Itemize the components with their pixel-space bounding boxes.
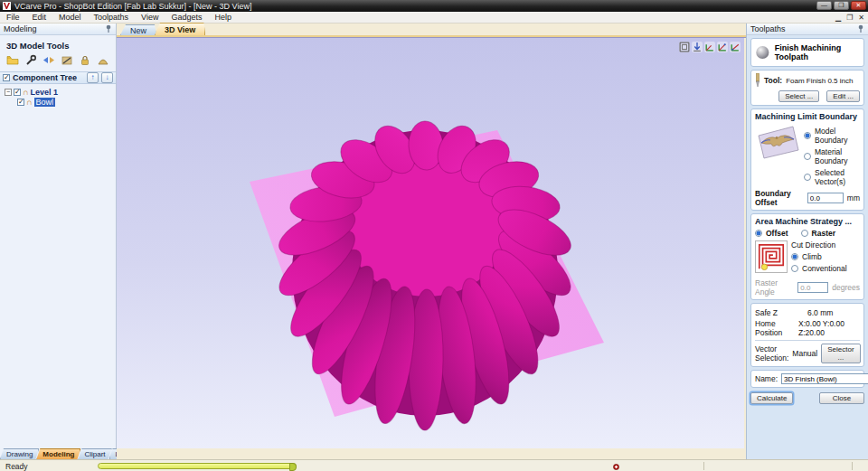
raster-option[interactable]: Raster [801,229,835,238]
add-shape-icon[interactable] [97,54,109,66]
zoom-extents-icon[interactable] [679,42,690,52]
calculate-button[interactable]: Calculate [750,392,793,404]
offset-spiral-icon [755,240,788,273]
minimize-button[interactable]: — [816,1,832,10]
tab-new[interactable]: New [120,24,156,35]
iso-view-icon-1[interactable] [704,42,715,52]
iso-view-icon-2[interactable] [717,42,728,52]
3d-model-toolbar [0,54,116,71]
close-button[interactable]: ✕ [851,1,866,10]
mdi-restore-icon[interactable]: ❐ [846,14,853,22]
sculpt-icon[interactable] [61,54,73,66]
tree-item-level1[interactable]: − ∩ Level 1 [5,87,116,97]
canvas-bottom-strip [117,448,746,459]
pin-icon[interactable] [857,24,864,33]
toolpath-name-input[interactable] [781,373,868,384]
component-tree-title: Component Tree [13,73,84,82]
move-down-button[interactable]: ↓ [101,72,113,83]
expander-icon[interactable]: − [5,89,12,96]
conventional-radio[interactable] [791,265,798,272]
area-machine-strategy-box: Area Machine Strategy ... Offset Raster [750,213,864,300]
tab-drawing[interactable]: Drawing [0,448,39,459]
status-bar: Ready [0,459,868,471]
raster-angle-input [797,282,828,293]
status-text: Ready [5,462,28,471]
selected-vectors-radio[interactable] [804,174,811,181]
vector-selection-label: Vector Selection: [755,344,788,363]
3d-viewport[interactable] [117,37,746,448]
ams-title: Area Machine Strategy ... [755,217,860,226]
climb-radio[interactable] [791,253,798,260]
pin-icon[interactable] [105,24,112,33]
safe-z-label: Safe Z [755,308,807,317]
level1-checkbox[interactable] [14,89,21,96]
toolpath-header-card: Finish Machining Toolpath [750,38,864,67]
raster-radio[interactable] [801,230,808,237]
eagle-boundary-icon [755,124,800,160]
import-component-icon[interactable] [6,54,19,66]
material-boundary-option[interactable]: Material Boundary [804,147,860,165]
swap-arrows-icon[interactable] [42,54,55,66]
tree-item-bowl[interactable]: ∩ Bowl [5,97,116,107]
raster-angle-label: Raster Angle [755,278,794,297]
window-title: VCarve Pro - ShopBot Edition [Fab Lab Su… [14,2,251,11]
selector-button[interactable]: Selector ... [821,344,860,363]
name-box: Name: [750,370,864,388]
close-panel-button[interactable]: Close [819,392,864,404]
name-label: Name: [755,374,778,383]
boundary-offset-input[interactable] [807,193,844,203]
modeling-panel-title: Modeling [4,24,37,33]
tool-select-button[interactable]: Select ... [778,90,819,102]
modeling-panel: Modeling 3D Model Tools [0,24,117,459]
menu-toolpaths[interactable]: Toolpaths [88,13,136,22]
look-down-z-icon[interactable] [692,42,703,52]
boundary-offset-unit: mm [847,193,860,203]
conventional-option[interactable]: Conventional [791,264,860,273]
position-info-box: Safe Z 6.0 mm Home Position X:0.00 Y:0.0… [750,303,864,367]
tab-clipart[interactable]: Clipart [78,448,111,459]
menu-view[interactable]: View [135,13,165,22]
endmill-icon [755,73,760,88]
safe-z-value: 6.0 mm [807,308,833,317]
climb-option[interactable]: Climb [791,252,860,261]
app-icon [3,2,11,10]
menu-file[interactable]: File [0,13,26,22]
edit-tool-icon[interactable] [24,54,37,66]
menu-help[interactable]: Help [208,13,238,22]
menu-model[interactable]: Model [52,13,88,22]
mdi-close-icon[interactable]: ✕ [858,14,864,22]
menu-bar: File Edit Model Toolpaths View Gadgets H… [0,12,868,24]
vector-selection-value: Manual [792,349,817,358]
lock-icon[interactable] [79,54,91,66]
boundary-offset-label: Boundary Offset [755,189,804,207]
menu-gadgets[interactable]: Gadgets [165,13,208,22]
component-cap-icon: ∩ [23,89,29,96]
mdi-minimize-icon[interactable]: ▁ [835,14,841,22]
iso-view-icon-3[interactable] [730,42,741,52]
model-boundary-radio[interactable] [804,132,811,139]
component-tree: − ∩ Level 1 ∩ Bowl [0,84,116,107]
document-tab-strip: New 3D View [117,24,746,37]
tool-name: Foam Finish 0.5 inch [786,77,853,85]
material-boundary-radio[interactable] [804,153,811,160]
toolpaths-panel: Toolpaths Finish Machining Toolpath [746,24,868,459]
move-up-button[interactable]: ↑ [87,72,99,83]
status-record-icon [613,464,619,470]
menu-edit[interactable]: Edit [26,13,53,22]
progress-bar [98,463,297,469]
tab-modeling[interactable]: Modeling [36,448,80,459]
machining-limit-boundary-box: Machining Limit Boundary Model Boundary [750,108,864,211]
toolpath-title: Finish Machining Toolpath [775,43,860,61]
bowl-checkbox[interactable] [17,99,24,106]
tab-3d-view[interactable]: 3D View [155,23,205,35]
tool-box: Tool: Foam Finish 0.5 inch Select ... Ed… [750,70,864,106]
offset-option[interactable]: Offset [755,229,788,238]
component-tree-checkbox[interactable] [3,74,10,81]
side-tab-strip: Drawing Modeling Clipart Layers [0,448,117,459]
tool-edit-button[interactable]: Edit ... [826,90,860,102]
app-window: VCarve Pro - ShopBot Edition [Fab Lab Su… [0,0,868,471]
offset-radio[interactable] [755,230,762,237]
model-boundary-option[interactable]: Model Boundary [804,127,860,145]
restore-button[interactable]: ❐ [834,1,849,10]
selected-vectors-option[interactable]: Selected Vector(s) [804,168,860,186]
